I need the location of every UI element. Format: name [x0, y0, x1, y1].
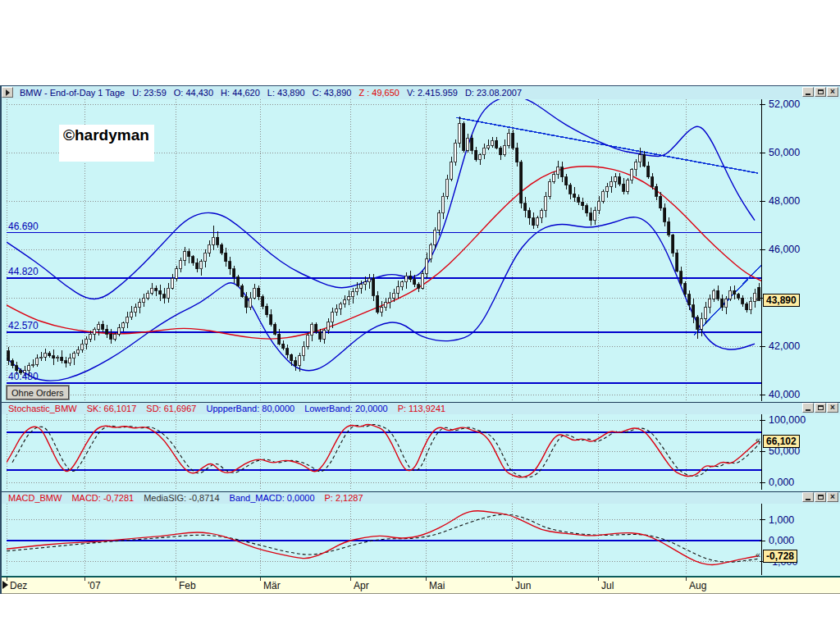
price-axis-label: 42,000	[769, 340, 800, 352]
header-segment: LowerBand: 20,0000	[304, 404, 388, 413]
support-line-label: 44.820	[8, 266, 39, 277]
support-line-label: 40.480	[8, 371, 39, 382]
header-segment: MACD_BMW	[8, 493, 62, 503]
chart-menu-button[interactable]	[2, 87, 13, 98]
header-segment: Band_MACD: 0,0000	[230, 493, 315, 503]
stochastic-header: Stochastic_BMWSK: 66,1017SD: 61,6967Uppp…	[0, 402, 840, 414]
orders-button[interactable]: Ohne Orders	[7, 386, 69, 399]
minimize-button[interactable]	[802, 87, 814, 97]
minimize-icon	[806, 499, 810, 500]
month-label-dez: Dez	[10, 580, 27, 591]
minimize-icon	[806, 94, 810, 95]
tag-pointer-icon: «	[756, 294, 760, 304]
header-segment: V: 2.415.959	[407, 88, 458, 98]
macd-signal-line	[7, 514, 759, 562]
header-segment: SK: 66,1017	[87, 404, 137, 413]
price-axis-label: 52,000	[769, 98, 800, 110]
support-line-label: 46.690	[8, 221, 39, 232]
month-label-feb: Feb	[179, 580, 196, 591]
macd-header-text: MACD_BMWMACD: -0,7281MediaSIG: -0,8714Ba…	[8, 493, 373, 503]
window-left-border	[0, 85, 2, 594]
macd-axis-label: 1,000	[769, 514, 794, 526]
header-segment: Stochastic_BMW	[8, 404, 77, 413]
minimize-button[interactable]	[802, 492, 814, 502]
price-axis-label: 40,000	[769, 389, 800, 400]
watermark: ©hardyman	[59, 125, 154, 162]
macd-header: MACD_BMWMACD: -0,7281MediaSIG: -0,8714Ba…	[0, 491, 840, 504]
support-line-label: 42.570	[8, 320, 39, 331]
close-icon: ×	[828, 87, 838, 97]
application: BMW - End-of-Day 1 TageU: 23:59O: 44,430…	[0, 0, 840, 630]
chart-title: BMW - End-of-Day 1 TageU: 23:59O: 44,430…	[20, 88, 529, 98]
minimize-icon	[806, 409, 810, 411]
maximize-icon	[818, 405, 824, 410]
stochastic-axis-label: 0,000	[769, 477, 794, 488]
month-tick	[350, 577, 351, 581]
maximize-icon	[818, 89, 824, 94]
month-label-'07: '07	[88, 580, 101, 591]
stochastic-header-text: Stochastic_BMWSK: 66,1017SD: 61,6967Uppp…	[8, 404, 455, 413]
header-segment: Z : 49,650	[358, 88, 399, 98]
maximize-button[interactable]	[815, 403, 826, 413]
price-axis-label: 48,000	[769, 195, 800, 207]
header-segment: C: 43,890	[313, 88, 352, 98]
close-icon: ×	[828, 492, 838, 502]
lower-band-line	[7, 217, 755, 381]
header-segment: P: 113,9241	[398, 404, 446, 413]
time-axis-pointer-icon	[2, 581, 8, 589]
minimize-button[interactable]	[802, 403, 814, 413]
maximize-button[interactable]	[815, 492, 826, 502]
header-segment: UppperBand: 80,0000	[206, 404, 294, 413]
month-tick	[686, 577, 687, 581]
main-window-controls: ×	[802, 87, 838, 97]
header-segment: SD: 61,6967	[146, 404, 196, 413]
maximize-button[interactable]	[815, 87, 826, 97]
month-tick	[598, 577, 599, 581]
maximize-icon	[818, 495, 824, 500]
header-segment: H: 44,620	[221, 88, 260, 98]
close-button[interactable]: ×	[827, 492, 838, 502]
month-label-mai: Mai	[429, 580, 445, 591]
month-label-mär: Mär	[263, 580, 281, 591]
moving-average-line	[7, 167, 761, 339]
month-tick	[84, 577, 85, 581]
month-tick	[426, 577, 427, 581]
month-label-apr: Apr	[354, 580, 369, 591]
stochastic-value-tag: 66,102	[763, 435, 800, 448]
close-button[interactable]: ×	[827, 403, 838, 413]
tag-pointer-icon: «	[756, 550, 760, 559]
month-tick	[512, 577, 513, 581]
header-segment: MACD: -0,7281	[71, 493, 134, 503]
stochastic-window-controls: ×	[802, 403, 838, 413]
price-axis-label: 46,000	[769, 244, 800, 255]
close-icon: ×	[828, 403, 838, 413]
month-label-aug: Aug	[689, 580, 706, 591]
month-tick	[260, 577, 261, 581]
macd-window-controls: ×	[802, 492, 838, 502]
close-button[interactable]: ×	[827, 87, 838, 97]
right-triangle-icon	[6, 89, 10, 96]
macd-line	[7, 511, 759, 565]
header-segment: L: 43,890	[267, 88, 305, 98]
tag-pointer-icon: «	[756, 435, 760, 445]
stochastic-axis-label: 100,000	[769, 414, 806, 426]
month-tick	[176, 577, 176, 581]
header-segment: MediaSIG: -0,8714	[144, 493, 219, 503]
month-label-jul: Jul	[601, 580, 614, 591]
month-tick	[7, 577, 7, 581]
header-segment: BMW - End-of-Day 1 Tage	[20, 88, 125, 98]
macd-value-tag: -0,728	[763, 550, 797, 563]
header-segment: P: 2,1287	[325, 493, 363, 503]
header-segment: U: 23:59	[132, 88, 167, 98]
header-segment: D: 23.08.2007	[465, 88, 522, 98]
macd-axis-label: 0,000	[769, 535, 794, 546]
last-price-tag: 43,890	[763, 294, 800, 307]
price-axis-label: 50,000	[769, 147, 800, 158]
header-segment: O: 44,430	[174, 88, 213, 98]
month-label-jun: Jun	[515, 580, 531, 591]
